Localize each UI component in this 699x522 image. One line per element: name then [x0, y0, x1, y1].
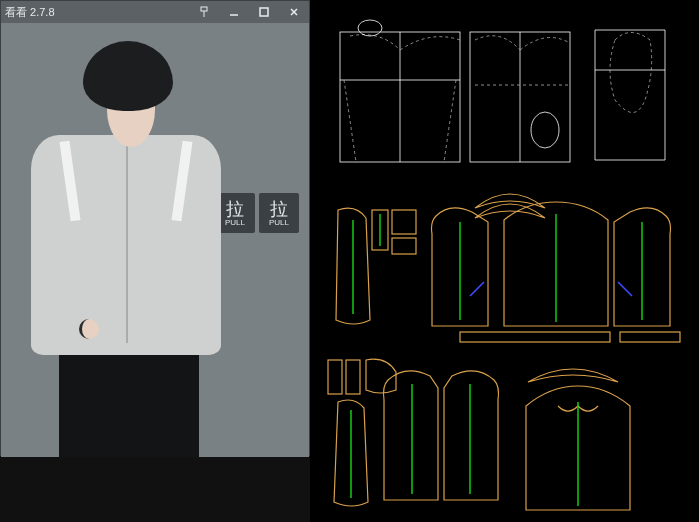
front-left — [432, 208, 489, 326]
model-jacket — [31, 135, 221, 355]
svg-rect-9 — [460, 332, 610, 342]
titlebar[interactable]: 看看 2.7.8 — [1, 1, 309, 23]
svg-rect-8 — [392, 238, 416, 254]
model-wrist — [79, 319, 99, 339]
strip-pieces — [460, 332, 680, 342]
front-lining-right — [444, 371, 499, 500]
svg-point-3 — [358, 20, 382, 36]
model-figure — [19, 37, 249, 457]
svg-rect-12 — [346, 360, 360, 394]
cad-canvas[interactable]: .o { fill:none; stroke:#d9a14a; stroke-w… — [310, 0, 699, 522]
back-panel — [504, 202, 608, 326]
close-icon — [288, 6, 300, 18]
window-title: 看看 2.7.8 — [5, 5, 55, 20]
pin-button[interactable] — [189, 1, 219, 23]
minimize-button[interactable] — [219, 1, 249, 23]
svg-rect-1 — [260, 8, 268, 16]
draft-block — [340, 20, 665, 162]
door-sign-right: 拉 PULL — [259, 193, 299, 233]
front-right — [614, 208, 671, 326]
collar-piece — [475, 194, 545, 218]
collar-lining — [528, 369, 618, 382]
minimize-icon — [228, 6, 240, 18]
window-buttons — [189, 1, 309, 23]
cad-drawing: .o { fill:none; stroke:#d9a14a; stroke-w… — [310, 0, 699, 522]
maximize-icon — [258, 6, 270, 18]
svg-point-5 — [531, 112, 559, 148]
close-button[interactable] — [279, 1, 309, 23]
back-lining — [526, 386, 630, 510]
sleeve-left — [336, 208, 370, 324]
svg-rect-10 — [620, 332, 680, 342]
svg-rect-7 — [392, 210, 416, 234]
maximize-button[interactable] — [249, 1, 279, 23]
photo-viewport[interactable]: 拉 PULL 拉 PULL — [1, 23, 309, 457]
model-pants — [59, 347, 199, 457]
sleeve-lining — [334, 400, 368, 506]
small-pieces-1 — [372, 210, 416, 254]
svg-rect-11 — [328, 360, 342, 394]
small-pieces-2 — [328, 359, 396, 394]
model-hair — [83, 41, 173, 111]
image-viewer-window: 看看 2.7.8 拉 PULL 拉 PULL — [0, 0, 310, 456]
pin-icon — [198, 6, 210, 18]
front-lining-left — [384, 371, 439, 500]
svg-rect-0 — [201, 7, 207, 11]
